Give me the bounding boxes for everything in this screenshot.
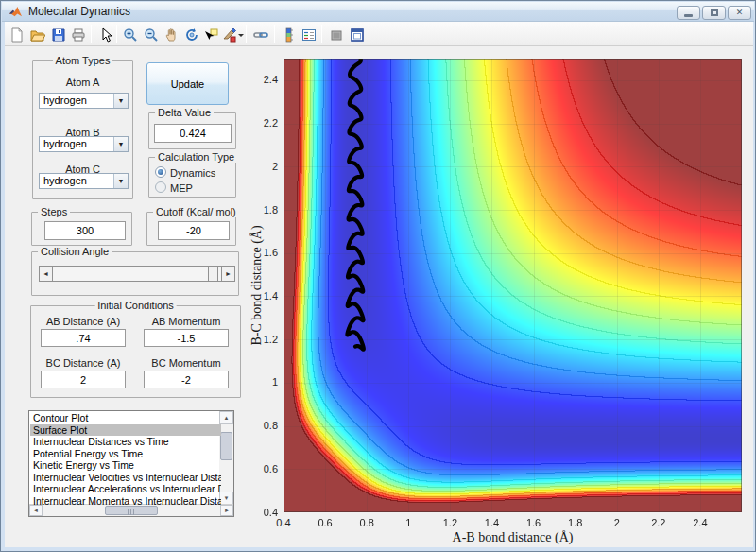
x-tick-label: 2.4 [681,517,719,528]
new-figure-icon[interactable] [8,26,26,43]
ab-distance-label: AB Distance (A) [41,316,126,327]
mep-radio[interactable] [155,181,166,193]
group-title: Delta Value [155,107,214,118]
potential-energy-surface-plot[interactable] [284,59,742,512]
pan-icon[interactable] [163,26,181,43]
zoom-out-icon[interactable] [142,26,161,43]
collision-angle-group: Collision Angle ◄ ► [31,251,239,296]
toolbar-separator [274,25,275,43]
atom-a-select[interactable]: hydrogen ▼ [39,93,129,109]
list-vertical-scrollbar[interactable]: ▲ ▼ [219,411,233,505]
cutoff-field[interactable]: -20 [158,221,230,240]
chevron-down-icon[interactable]: ▼ [113,137,128,151]
list-item[interactable]: Potential Energy vs Time [30,448,221,460]
x-tick-label: 0.4 [265,517,302,528]
toolbar-separator [321,25,322,43]
list-item[interactable]: Kinetic Energy vs Time [30,459,221,472]
close-button[interactable]: ✕ [728,6,751,20]
scroll-up-icon[interactable]: ▲ [219,411,233,424]
group-title: Collision Angle [38,246,112,257]
x-tick-label: 1.8 [557,517,594,528]
plot-type-listbox[interactable]: ▲ ▼ ◄ ► Contour PlotSurface PlotInternuc… [28,410,234,517]
dynamics-radio-label: Dynamics [170,167,215,179]
list-item[interactable]: Surface Plot [30,424,221,437]
y-tick-label: 0.8 [244,420,278,431]
y-tick-label: 0.4 [244,507,278,518]
bc-momentum-field[interactable]: -2 [144,371,229,388]
list-item[interactable]: Contour Plot [30,412,221,424]
toolbar [5,22,753,46]
slider-right-arrow[interactable]: ► [221,267,234,281]
hide-plot-tools-icon[interactable] [327,26,346,43]
slider-left-arrow[interactable]: ◄ [40,267,53,281]
edit-plot-pointer-icon[interactable] [96,26,115,43]
bc-distance-field[interactable]: 2 [41,371,126,388]
data-cursor-icon[interactable] [201,26,220,43]
insert-legend-icon[interactable] [300,26,318,43]
list-item[interactable]: Internuclear Accelerations vs Internucle… [30,483,221,495]
y-tick-label: 2 [244,161,278,172]
toolbar-separator [91,25,92,43]
y-tick-label: 1.4 [244,290,278,302]
y-axis-label: B-C bond distance (Å) [249,225,265,345]
insert-colorbar-icon[interactable] [280,26,299,43]
show-plot-tools-dock-icon[interactable] [348,26,367,43]
atom-c-value: hydrogen [40,174,113,188]
chevron-down-icon[interactable]: ▼ [113,94,128,108]
atom-b-value: hydrogen [40,137,113,151]
y-tick-label: 2.4 [244,74,278,85]
list-item[interactable]: Internuclear Velocities vs Internuclear … [30,472,221,484]
x-tick-label: 2.2 [640,517,678,528]
group-title: Steps [38,206,70,217]
scroll-down-icon[interactable]: ▼ [219,492,233,505]
vertical-scroll-thumb[interactable] [220,432,232,460]
atom-a-value: hydrogen [40,94,113,108]
slider-thumb[interactable] [208,267,218,281]
atom-a-label: Atom A [32,77,133,88]
toolbar-separator [246,25,247,43]
x-tick-label: 1.2 [431,517,469,528]
window-title: Molecular Dynamics [28,5,130,18]
save-figure-icon[interactable] [49,26,68,43]
rotate-3d-icon[interactable] [182,26,201,43]
y-tick-label: 2.2 [244,117,278,129]
atom-c-select[interactable]: hydrogen ▼ [39,173,129,189]
list-item[interactable]: Internuclear Distances vs Time [30,436,221,448]
figure-content: Atom Types Atom A hydrogen ▼ Atom B hydr… [5,22,753,547]
x-tick-label: 1.6 [515,517,553,528]
y-tick-label: 1.6 [244,247,278,258]
y-tick-label: 0.6 [244,463,278,474]
scroll-right-icon[interactable]: ► [220,505,233,516]
x-tick-label: 0.6 [306,517,344,528]
collision-angle-slider[interactable]: ◄ ► [39,266,235,282]
list-item[interactable]: Internuclear Momenta vs Internuclear Dis… [30,495,221,508]
zoom-in-icon[interactable] [121,26,140,43]
ab-momentum-field[interactable]: -1.5 [144,329,229,347]
y-tick-label: 1.2 [244,334,278,345]
atom-b-select[interactable]: hydrogen ▼ [39,136,129,152]
x-axis-label: A-B bond distance (Å) [284,530,742,545]
link-plot-icon[interactable] [251,26,270,43]
x-tick-label: 1.4 [472,517,510,528]
group-title: Initial Conditions [94,300,177,311]
open-file-icon[interactable] [28,26,47,43]
restore-button[interactable] [702,6,726,20]
update-button[interactable]: Update [146,62,229,105]
titlebar[interactable]: Molecular Dynamics ✕ [2,2,754,22]
delta-value-field[interactable]: 0.424 [154,124,232,143]
matlab-logo-icon [9,5,23,19]
bc-momentum-label: BC Momentum [144,357,229,369]
mep-radio-label: MEP [170,182,193,194]
ab-distance-field[interactable]: .74 [41,329,126,347]
minimize-button[interactable] [677,6,700,20]
print-icon[interactable] [69,26,88,43]
x-tick-label: 2 [598,517,636,528]
group-title: Calculation Type [155,151,237,163]
group-title: Atom Types [53,55,113,66]
app-window: Molecular Dynamics ✕ Atom Types Atom A h… [0,0,756,552]
horizontal-scroll-thumb[interactable] [105,506,158,515]
chevron-down-icon[interactable]: ▼ [113,174,128,188]
y-tick-label: 1 [244,376,278,388]
dynamics-radio[interactable] [155,166,166,178]
steps-field[interactable]: 300 [44,221,126,240]
